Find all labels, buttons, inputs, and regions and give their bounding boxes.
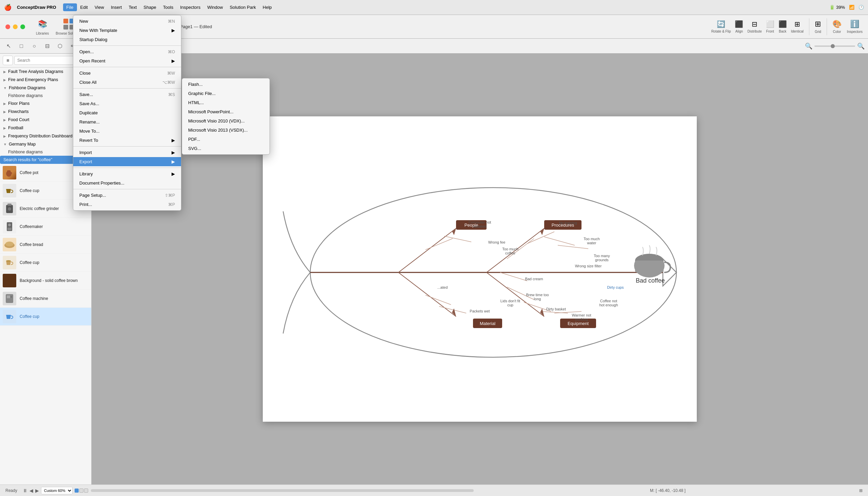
rect-tool[interactable]: □	[16, 41, 27, 51]
menu-import[interactable]: Import ▶	[73, 148, 181, 157]
zoom-in-button[interactable]: 🔍	[857, 42, 865, 50]
result-coffee-bread[interactable]: Coffee bread	[0, 236, 91, 254]
coffee-cup-label-3: Coffee cup	[20, 314, 39, 319]
align-button[interactable]: ⬛ Align	[735, 20, 743, 33]
export-html[interactable]: HTML...	[182, 98, 270, 107]
page-tab-1[interactable]	[75, 489, 79, 493]
menu-edit[interactable]: Edit	[77, 3, 91, 11]
svg-text:Wrong size filter: Wrong size filter	[575, 264, 602, 268]
identical-button[interactable]: ⊞ Identical	[791, 20, 804, 33]
export-visio2013-label: Microsoft Visio 2013 (VSDX)...	[188, 127, 247, 133]
sidebar-label: Football	[8, 125, 23, 130]
menu-document-properties[interactable]: Document Properties...	[73, 179, 181, 188]
zoom-thumb[interactable]	[831, 44, 835, 48]
menu-new[interactable]: New ⌘N	[73, 17, 181, 26]
front-button[interactable]: ⬜ Front	[766, 20, 774, 33]
menu-duplicate-label: Duplicate	[79, 110, 98, 115]
menu-export[interactable]: Export ▶	[73, 157, 181, 166]
zoom-select[interactable]: Custom 60% 100% 75% 50%	[41, 487, 73, 494]
canvas[interactable]: Bad coffee People Pro	[263, 117, 697, 422]
menu-close[interactable]: Close ⌘W	[73, 68, 181, 78]
menu-close-all[interactable]: Close All ⌥⌘W	[73, 78, 181, 87]
select-tool[interactable]: ↖	[3, 41, 14, 51]
submenu-arrow: ▶	[172, 28, 175, 33]
rotate-flip-button[interactable]: 🔄 Rotate & Flip	[711, 20, 731, 33]
back-button[interactable]: ⬛ Back	[778, 20, 787, 33]
menu-tools[interactable]: Tools	[160, 3, 177, 11]
result-coffee-cup-2[interactable]: Coffee cup	[0, 254, 91, 272]
color-button[interactable]: 🎨 Color	[832, 20, 841, 34]
menu-shape[interactable]: Shape	[140, 3, 160, 11]
page-tab-3[interactable]	[84, 489, 88, 493]
menu-new-with-template[interactable]: New With Template ▶	[73, 26, 181, 35]
submenu-arrow: ▶	[172, 159, 175, 164]
result-coffee-cup-3[interactable]: Coffee cup	[0, 308, 91, 326]
arrow-icon: ▶	[3, 70, 6, 74]
menu-window[interactable]: Window	[204, 3, 226, 11]
svg-rect-5	[7, 170, 11, 172]
menu-open[interactable]: Open... ⌘O	[73, 47, 181, 56]
menu-library[interactable]: Library ▶	[73, 169, 181, 179]
svg-text:Brew time too: Brew time too	[526, 293, 549, 297]
menu-duplicate[interactable]: Duplicate	[73, 108, 181, 118]
menu-revert-to[interactable]: Revert To ▶	[73, 136, 181, 145]
bg-brown-thumbnail	[3, 274, 16, 288]
ellipse-tool[interactable]: ○	[29, 41, 39, 51]
sidebar-label: Frequency Distribution Dashboard	[8, 134, 73, 138]
menu-print-shortcut: ⌘P	[168, 202, 175, 207]
menu-startup-dialog[interactable]: Startup Dialog	[73, 35, 181, 44]
export-flash[interactable]: Flash...	[182, 80, 270, 89]
prev-page-button[interactable]: ◀	[30, 488, 33, 493]
menu-rename[interactable]: Rename...	[73, 118, 181, 126]
export-graphic-file[interactable]: Graphic File...	[182, 89, 270, 98]
menu-page-setup[interactable]: Page Setup... ⇧⌘P	[73, 191, 181, 200]
menu-help[interactable]: Help	[259, 3, 275, 11]
scroll-track[interactable]	[91, 489, 474, 492]
app-name[interactable]: ConceptDraw PRO	[17, 5, 56, 10]
result-coffee-machine[interactable]: Coffee machine	[0, 290, 91, 308]
sidebar-search-input[interactable]	[14, 56, 78, 65]
next-page-button[interactable]: ▶	[35, 488, 39, 493]
inspectors-button[interactable]: ℹ️ Inspectors	[847, 20, 863, 34]
apple-menu[interactable]: 🍎	[4, 4, 12, 11]
svg-rect-17	[7, 295, 10, 298]
export-visio-2013[interactable]: Microsoft Visio 2013 (VSDX)...	[182, 125, 270, 135]
menu-save[interactable]: Save... ⌘S	[73, 90, 181, 99]
menu-text[interactable]: Text	[125, 3, 140, 11]
export-pdf[interactable]: PDF...	[182, 135, 270, 144]
grid-button[interactable]: ⊞ Grid	[815, 20, 821, 34]
result-coffeemaker[interactable]: Coffeemaker	[0, 218, 91, 236]
svg-text:Too much: Too much	[502, 247, 518, 251]
export-powerpoint[interactable]: Microsoft PowerPoint...	[182, 107, 270, 117]
resize-handle[interactable]: ⊞	[859, 488, 863, 493]
arrow-icon: ▶	[3, 102, 6, 106]
menu-save-as[interactable]: Save As...	[73, 99, 181, 108]
libraries-button[interactable]: 📚 Libraries	[36, 18, 49, 35]
minimize-button[interactable]	[13, 25, 18, 29]
menu-open-recent[interactable]: Open Recent ▶	[73, 56, 181, 65]
result-bg-brown[interactable]: Background - solid coffee brown	[0, 272, 91, 290]
maximize-button[interactable]	[20, 25, 25, 29]
menu-inspectors[interactable]: Inspectors	[177, 3, 204, 11]
zoom-out-button[interactable]: 🔍	[805, 42, 813, 50]
menu-print[interactable]: Print... ⌘P	[73, 200, 181, 209]
menu-view[interactable]: View	[91, 3, 108, 11]
distribute-button[interactable]: ⊟ Distribute	[747, 20, 761, 33]
export-visio-2010[interactable]: Microsoft Visio 2010 (VDX)...	[182, 117, 270, 125]
menu-file[interactable]: File	[63, 3, 77, 11]
menu-move-to[interactable]: Move To...	[73, 126, 181, 136]
pause-button[interactable]: ⏸	[23, 488, 28, 493]
svg-marker-26	[452, 228, 456, 235]
sidebar-view-button[interactable]: ≡	[3, 56, 13, 65]
shape-tool[interactable]: ⬡	[55, 41, 65, 51]
file-menu[interactable]: New ⌘N New With Template ▶ Startup Dialo…	[73, 15, 181, 211]
export-submenu[interactable]: Flash... Graphic File... HTML... Microso…	[182, 78, 270, 155]
menu-solution-park[interactable]: Solution Park	[226, 3, 259, 11]
menu-insert[interactable]: Insert	[108, 3, 126, 11]
close-button[interactable]	[5, 25, 10, 29]
page-tab-2[interactable]	[79, 489, 83, 493]
export-svg[interactable]: SVG...	[182, 144, 270, 153]
table-tool[interactable]: ⊟	[42, 41, 52, 51]
zoom-slider[interactable]	[815, 45, 855, 47]
svg-rect-2	[63, 25, 68, 30]
